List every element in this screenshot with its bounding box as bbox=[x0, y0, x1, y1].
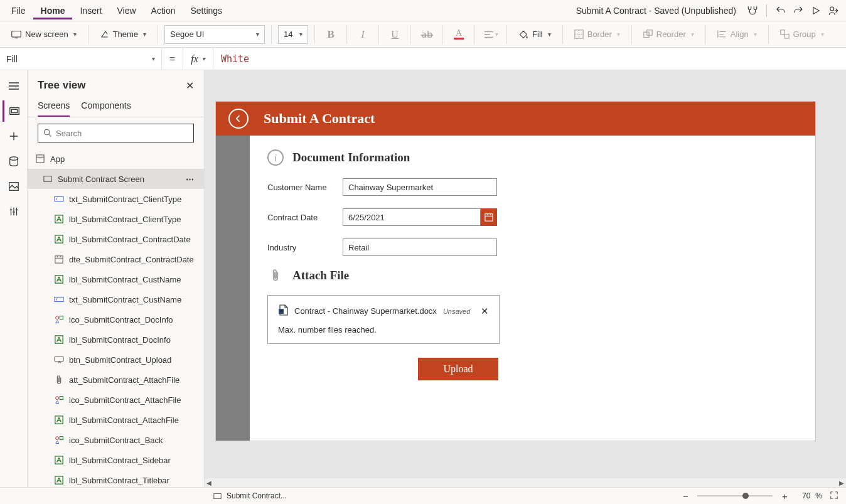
advanced-tools-icon[interactable] bbox=[3, 201, 25, 222]
fill-button[interactable]: Fill ▾ bbox=[513, 24, 556, 45]
search-box[interactable] bbox=[38, 124, 194, 142]
reorder-button[interactable]: Reorder ▾ bbox=[638, 24, 699, 45]
property-dropdown[interactable]: Fill ▾ bbox=[0, 48, 162, 70]
document-icon: W bbox=[278, 304, 288, 318]
contract-date-input[interactable]: 6/25/2021 bbox=[343, 208, 481, 226]
svg-rect-34 bbox=[214, 493, 221, 498]
tree-item-control[interactable]: ico_SubmitContract_Back bbox=[28, 430, 204, 450]
group-button[interactable]: Group ▾ bbox=[775, 24, 829, 45]
tree-item-control[interactable]: lbl_SubmitContract_Sidebar bbox=[28, 450, 204, 470]
close-icon[interactable]: ✕ bbox=[186, 80, 194, 92]
tree-item-control[interactable]: btn_SubmitContract_Upload bbox=[28, 350, 204, 370]
tree-item-control[interactable]: dte_SubmitContract_ContractDate bbox=[28, 249, 204, 269]
new-screen-button[interactable]: New screen ▾ bbox=[6, 24, 82, 45]
bold-icon[interactable]: B bbox=[321, 25, 340, 44]
svg-rect-8 bbox=[12, 109, 18, 112]
app-screen[interactable]: Submit A Contract i Document Information… bbox=[216, 102, 815, 441]
more-icon[interactable]: ⋯ bbox=[186, 174, 195, 184]
preview-play-icon[interactable] bbox=[807, 2, 825, 19]
attachment-control[interactable]: W Contract - Chainway Supermarket.docx U… bbox=[267, 295, 500, 344]
undo-icon[interactable] bbox=[772, 2, 790, 19]
hamburger-icon[interactable] bbox=[3, 75, 25, 97]
reorder-label: Reorder bbox=[656, 29, 686, 39]
industry-label: Industry bbox=[267, 243, 343, 252]
svg-rect-28 bbox=[60, 436, 63, 439]
svg-rect-12 bbox=[36, 155, 44, 163]
zoom-out-icon[interactable]: − bbox=[678, 491, 692, 501]
menu-view[interactable]: View bbox=[109, 2, 143, 19]
zoom-in-icon[interactable]: + bbox=[778, 491, 791, 501]
industry-input[interactable]: Retail bbox=[343, 239, 497, 256]
tree-item-control[interactable]: lbl_SubmitContract_Titlebar bbox=[28, 470, 204, 487]
font-size-dropdown[interactable]: 14 ▾ bbox=[278, 25, 308, 44]
status-bar: Submit Contract... − + 70 % bbox=[0, 487, 846, 504]
horizontal-scrollbar[interactable]: ◀ ▶ bbox=[205, 478, 846, 487]
strikethrough-icon[interactable]: a̶b̶ bbox=[417, 25, 436, 44]
data-icon[interactable] bbox=[3, 151, 25, 172]
chevron-down-icon: ▾ bbox=[202, 55, 205, 62]
align-button[interactable]: Align ▾ bbox=[712, 24, 762, 45]
tree-item-control[interactable]: lbl_SubmitContract_ContractDate bbox=[28, 229, 204, 249]
svg-point-27 bbox=[55, 436, 58, 439]
menu-file[interactable]: File bbox=[4, 2, 33, 19]
back-icon[interactable] bbox=[228, 109, 249, 129]
tab-screens[interactable]: Screens bbox=[38, 97, 70, 117]
tree-item-control[interactable]: lbl_SubmitContract_DocInfo bbox=[28, 330, 204, 350]
tree-item-control[interactable]: txt_SubmitContract_ClientType bbox=[28, 189, 204, 209]
info-icon: i bbox=[267, 149, 284, 166]
scroll-right-icon[interactable]: ▶ bbox=[837, 478, 846, 487]
zoom-slider[interactable] bbox=[697, 495, 773, 496]
tab-components[interactable]: Components bbox=[81, 97, 131, 117]
scroll-left-icon[interactable]: ◀ bbox=[205, 478, 213, 487]
media-icon[interactable] bbox=[3, 176, 25, 197]
chevron-down-icon: ▾ bbox=[143, 31, 146, 38]
tree-item-control[interactable]: att_SubmitContract_AttachFile bbox=[28, 370, 204, 390]
underline-icon[interactable]: U bbox=[385, 25, 404, 44]
calendar-icon[interactable] bbox=[481, 208, 497, 226]
tree-item-control[interactable]: lbl_SubmitContract_AttachFile bbox=[28, 410, 204, 430]
app-checker-icon[interactable] bbox=[744, 2, 761, 19]
menu-settings[interactable]: Settings bbox=[183, 2, 230, 19]
fit-to-window-icon[interactable] bbox=[827, 491, 841, 501]
app-icon bbox=[35, 154, 45, 164]
text-align-icon[interactable]: ▾ bbox=[481, 25, 500, 44]
fx-button[interactable]: fx▾ bbox=[183, 48, 213, 70]
theme-button[interactable]: Theme ▾ bbox=[95, 24, 151, 45]
italic-icon[interactable]: I bbox=[353, 25, 372, 44]
font-size-value: 14 bbox=[284, 29, 292, 39]
tree-item-control[interactable]: ico_SubmitContract_DocInfo bbox=[28, 309, 204, 330]
menu-insert[interactable]: Insert bbox=[72, 2, 109, 19]
redo-icon[interactable] bbox=[790, 2, 807, 19]
tree-view-icon[interactable] bbox=[3, 100, 25, 122]
insert-icon[interactable] bbox=[3, 126, 25, 147]
chevron-down-icon: ▾ bbox=[821, 31, 824, 38]
share-icon[interactable] bbox=[825, 2, 842, 19]
paperclip-icon bbox=[267, 269, 284, 282]
screen-selector-icon[interactable] bbox=[213, 493, 222, 500]
tree-item-control[interactable]: txt_SubmitContract_CustName bbox=[28, 289, 204, 309]
tree-item-control[interactable]: lbl_SubmitContract_ClientType bbox=[28, 209, 204, 229]
tree-item-control[interactable]: ico_SubmitContract_AttachFile bbox=[28, 390, 204, 410]
upload-button[interactable]: Upload bbox=[418, 358, 498, 380]
customer-name-input[interactable]: Chainway Supermarket bbox=[343, 178, 497, 196]
search-input[interactable] bbox=[56, 129, 188, 138]
tree-item-app[interactable]: App bbox=[28, 149, 204, 169]
tree-item-screen[interactable]: Submit Contract Screen ⋯ bbox=[28, 169, 204, 189]
svg-point-24 bbox=[55, 396, 58, 399]
fill-label: Fill bbox=[532, 29, 543, 39]
chevron-down-icon: ▾ bbox=[299, 31, 303, 38]
label-icon bbox=[54, 214, 64, 224]
border-button[interactable]: Border ▾ bbox=[569, 24, 625, 45]
canvas-area[interactable]: Submit A Contract i Document Information… bbox=[205, 70, 846, 487]
font-family-dropdown[interactable]: Segoe UI ▾ bbox=[164, 25, 265, 44]
tree-item-label: ico_SubmitContract_AttachFile bbox=[69, 395, 181, 405]
menu-home[interactable]: Home bbox=[33, 2, 73, 19]
menu-action[interactable]: Action bbox=[144, 2, 183, 19]
zoom-value: 70 bbox=[796, 491, 810, 500]
tree-item-control[interactable]: lbl_SubmitContract_CustName bbox=[28, 269, 204, 289]
status-screen-name[interactable]: Submit Contract... bbox=[227, 491, 287, 500]
app-title: Submit A Contract bbox=[264, 110, 375, 127]
remove-attachment-icon[interactable]: ✕ bbox=[481, 306, 489, 317]
formula-expression[interactable]: White bbox=[213, 53, 846, 65]
font-color-icon[interactable]: A bbox=[449, 25, 468, 44]
